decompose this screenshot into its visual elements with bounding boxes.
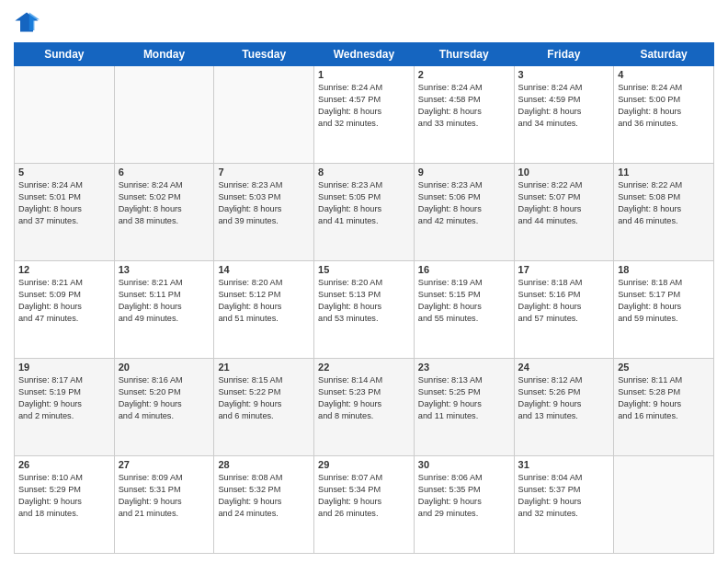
calendar-cell: 15Sunrise: 8:20 AM Sunset: 5:13 PM Dayli…	[314, 261, 415, 359]
day-number: 13	[119, 264, 210, 275]
calendar-cell: 1Sunrise: 8:24 AM Sunset: 4:57 PM Daylig…	[314, 66, 415, 164]
day-number: 16	[418, 264, 510, 275]
calendar-week-row: 12Sunrise: 8:21 AM Sunset: 5:09 PM Dayli…	[15, 261, 714, 359]
day-info: Sunrise: 8:06 AM Sunset: 5:35 PM Dayligh…	[418, 472, 510, 520]
calendar-table: SundayMondayTuesdayWednesdayThursdayFrid…	[14, 42, 714, 554]
calendar-cell: 19Sunrise: 8:17 AM Sunset: 5:19 PM Dayli…	[15, 359, 115, 456]
calendar-cell: 18Sunrise: 8:18 AM Sunset: 5:17 PM Dayli…	[614, 261, 714, 359]
calendar-cell: 8Sunrise: 8:23 AM Sunset: 5:05 PM Daylig…	[314, 164, 415, 261]
calendar-cell: 14Sunrise: 8:20 AM Sunset: 5:12 PM Dayli…	[214, 261, 314, 359]
calendar-week-row: 1Sunrise: 8:24 AM Sunset: 4:57 PM Daylig…	[15, 66, 714, 164]
day-number: 7	[218, 167, 310, 178]
day-number: 19	[18, 362, 110, 373]
calendar-cell	[214, 66, 314, 164]
day-number: 3	[518, 69, 610, 80]
day-info: Sunrise: 8:04 AM Sunset: 5:37 PM Dayligh…	[518, 472, 610, 520]
day-info: Sunrise: 8:21 AM Sunset: 5:11 PM Dayligh…	[119, 277, 210, 325]
day-info: Sunrise: 8:24 AM Sunset: 4:59 PM Dayligh…	[518, 82, 610, 130]
day-info: Sunrise: 8:16 AM Sunset: 5:20 PM Dayligh…	[119, 374, 210, 422]
day-info: Sunrise: 8:18 AM Sunset: 5:16 PM Dayligh…	[518, 277, 610, 325]
day-number: 17	[518, 264, 610, 275]
calendar-cell: 31Sunrise: 8:04 AM Sunset: 5:37 PM Dayli…	[514, 456, 614, 554]
calendar-cell: 12Sunrise: 8:21 AM Sunset: 5:09 PM Dayli…	[15, 261, 115, 359]
day-info: Sunrise: 8:11 AM Sunset: 5:28 PM Dayligh…	[618, 374, 710, 422]
day-info: Sunrise: 8:17 AM Sunset: 5:19 PM Dayligh…	[18, 374, 110, 422]
calendar-cell: 3Sunrise: 8:24 AM Sunset: 4:59 PM Daylig…	[514, 66, 614, 164]
day-info: Sunrise: 8:08 AM Sunset: 5:32 PM Dayligh…	[218, 472, 310, 520]
day-number: 12	[18, 264, 110, 275]
calendar-cell: 24Sunrise: 8:12 AM Sunset: 5:26 PM Dayli…	[514, 359, 614, 456]
day-number: 20	[119, 362, 210, 373]
day-info: Sunrise: 8:24 AM Sunset: 5:01 PM Dayligh…	[18, 179, 110, 227]
day-number: 9	[418, 167, 510, 178]
calendar-cell: 10Sunrise: 8:22 AM Sunset: 5:07 PM Dayli…	[514, 164, 614, 261]
day-number: 8	[318, 167, 410, 178]
day-info: Sunrise: 8:24 AM Sunset: 4:58 PM Dayligh…	[418, 82, 510, 130]
day-info: Sunrise: 8:07 AM Sunset: 5:34 PM Dayligh…	[318, 472, 410, 520]
calendar-cell: 28Sunrise: 8:08 AM Sunset: 5:32 PM Dayli…	[214, 456, 314, 554]
col-header-sunday: Sunday	[15, 43, 115, 66]
calendar-cell: 21Sunrise: 8:15 AM Sunset: 5:22 PM Dayli…	[214, 359, 314, 456]
calendar-cell: 13Sunrise: 8:21 AM Sunset: 5:11 PM Dayli…	[114, 261, 214, 359]
day-info: Sunrise: 8:22 AM Sunset: 5:07 PM Dayligh…	[518, 179, 610, 227]
day-number: 15	[318, 264, 410, 275]
day-number: 6	[119, 167, 210, 178]
col-header-tuesday: Tuesday	[214, 43, 314, 66]
day-number: 30	[418, 459, 510, 470]
day-number: 22	[318, 362, 410, 373]
calendar-cell: 6Sunrise: 8:24 AM Sunset: 5:02 PM Daylig…	[114, 164, 214, 261]
day-info: Sunrise: 8:09 AM Sunset: 5:31 PM Dayligh…	[119, 472, 210, 520]
day-info: Sunrise: 8:23 AM Sunset: 5:05 PM Dayligh…	[318, 179, 410, 227]
calendar-cell: 23Sunrise: 8:13 AM Sunset: 5:25 PM Dayli…	[414, 359, 514, 456]
calendar-cell: 30Sunrise: 8:06 AM Sunset: 5:35 PM Dayli…	[414, 456, 514, 554]
calendar-cell: 27Sunrise: 8:09 AM Sunset: 5:31 PM Dayli…	[114, 456, 214, 554]
day-number: 10	[518, 167, 610, 178]
day-number: 5	[18, 167, 110, 178]
calendar-header-row: SundayMondayTuesdayWednesdayThursdayFrid…	[15, 43, 714, 66]
logo-icon	[14, 9, 40, 35]
calendar-cell: 11Sunrise: 8:22 AM Sunset: 5:08 PM Dayli…	[614, 164, 714, 261]
day-number: 31	[518, 459, 610, 470]
day-number: 1	[318, 69, 410, 80]
day-number: 24	[518, 362, 610, 373]
col-header-monday: Monday	[114, 43, 214, 66]
day-number: 29	[318, 459, 410, 470]
calendar-cell: 7Sunrise: 8:23 AM Sunset: 5:03 PM Daylig…	[214, 164, 314, 261]
calendar-cell: 5Sunrise: 8:24 AM Sunset: 5:01 PM Daylig…	[15, 164, 115, 261]
calendar-cell	[15, 66, 115, 164]
calendar-cell	[114, 66, 214, 164]
calendar-cell: 20Sunrise: 8:16 AM Sunset: 5:20 PM Dayli…	[114, 359, 214, 456]
logo	[14, 9, 43, 35]
calendar-cell: 9Sunrise: 8:23 AM Sunset: 5:06 PM Daylig…	[414, 164, 514, 261]
day-info: Sunrise: 8:24 AM Sunset: 4:57 PM Dayligh…	[318, 82, 410, 130]
day-info: Sunrise: 8:14 AM Sunset: 5:23 PM Dayligh…	[318, 374, 410, 422]
day-info: Sunrise: 8:21 AM Sunset: 5:09 PM Dayligh…	[18, 277, 110, 325]
day-info: Sunrise: 8:23 AM Sunset: 5:06 PM Dayligh…	[418, 179, 510, 227]
calendar-cell: 25Sunrise: 8:11 AM Sunset: 5:28 PM Dayli…	[614, 359, 714, 456]
day-number: 4	[618, 69, 710, 80]
col-header-friday: Friday	[514, 43, 614, 66]
day-number: 25	[618, 362, 710, 373]
day-info: Sunrise: 8:12 AM Sunset: 5:26 PM Dayligh…	[518, 374, 610, 422]
day-info: Sunrise: 8:10 AM Sunset: 5:29 PM Dayligh…	[18, 472, 110, 520]
calendar-cell: 29Sunrise: 8:07 AM Sunset: 5:34 PM Dayli…	[314, 456, 415, 554]
day-info: Sunrise: 8:20 AM Sunset: 5:12 PM Dayligh…	[218, 277, 310, 325]
day-info: Sunrise: 8:13 AM Sunset: 5:25 PM Dayligh…	[418, 374, 510, 422]
day-number: 2	[418, 69, 510, 80]
day-number: 21	[218, 362, 310, 373]
day-info: Sunrise: 8:15 AM Sunset: 5:22 PM Dayligh…	[218, 374, 310, 422]
calendar-cell: 16Sunrise: 8:19 AM Sunset: 5:15 PM Dayli…	[414, 261, 514, 359]
day-info: Sunrise: 8:18 AM Sunset: 5:17 PM Dayligh…	[618, 277, 710, 325]
page: SundayMondayTuesdayWednesdayThursdayFrid…	[0, 0, 728, 563]
calendar-cell: 22Sunrise: 8:14 AM Sunset: 5:23 PM Dayli…	[314, 359, 415, 456]
day-number: 23	[418, 362, 510, 373]
header	[14, 9, 714, 35]
day-info: Sunrise: 8:22 AM Sunset: 5:08 PM Dayligh…	[618, 179, 710, 227]
col-header-wednesday: Wednesday	[314, 43, 415, 66]
col-header-thursday: Thursday	[414, 43, 514, 66]
day-number: 26	[18, 459, 110, 470]
day-info: Sunrise: 8:20 AM Sunset: 5:13 PM Dayligh…	[318, 277, 410, 325]
day-info: Sunrise: 8:24 AM Sunset: 5:00 PM Dayligh…	[618, 82, 710, 130]
calendar-cell: 4Sunrise: 8:24 AM Sunset: 5:00 PM Daylig…	[614, 66, 714, 164]
calendar-week-row: 19Sunrise: 8:17 AM Sunset: 5:19 PM Dayli…	[15, 359, 714, 456]
